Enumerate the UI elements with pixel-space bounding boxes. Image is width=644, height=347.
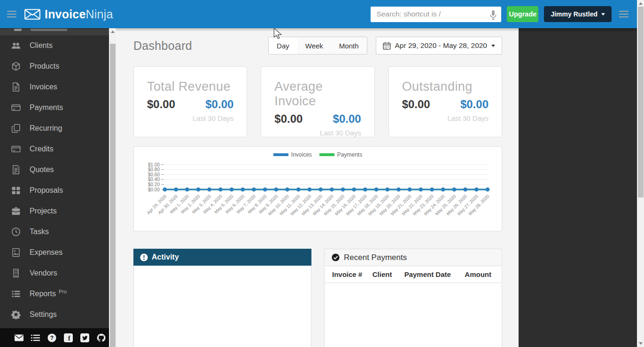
stat-card-title: Average Invoice	[274, 79, 361, 109]
sidebar-item-settings[interactable]: Settings	[0, 304, 109, 325]
stat-card-caption: Last 30 Days	[274, 129, 361, 137]
brand-text: InvoiceNinja	[45, 8, 113, 21]
help-icon[interactable]: ?	[47, 333, 56, 342]
date-range-picker[interactable]: Apr 29, 2020 - May 28, 2020	[376, 37, 502, 55]
chart-legend: InvoicesPayments	[134, 150, 502, 159]
page-scrollbar[interactable]	[637, 0, 644, 347]
scroll-down-icon[interactable]	[639, 342, 643, 345]
quote-file-icon	[11, 165, 22, 174]
chart-card: InvoicesPayments $1.00$0.80$0.60$0.40$0.…	[133, 146, 502, 231]
column-header-payment-date: Payment Date	[404, 266, 463, 283]
sidebar-item-invoices[interactable]: Invoices	[0, 77, 109, 97]
credit-card-icon	[11, 103, 22, 112]
chart-area: $1.00$0.80$0.60$0.40$0.20$0.00Apr 29, 20…	[135, 160, 502, 226]
sidebar-item-proposals[interactable]: Proposals	[0, 180, 109, 201]
brand[interactable]: InvoiceNinja	[24, 8, 113, 21]
sidebar-item-label: Payments	[30, 103, 63, 112]
upgrade-button[interactable]: Upgrade	[507, 6, 538, 22]
sidebar-item-tasks[interactable]: Tasks	[0, 221, 109, 242]
sidebar-item-label: Proposals	[30, 186, 63, 195]
sidebar-item-label: Products	[30, 62, 59, 71]
tab-month[interactable]: Month	[331, 37, 367, 54]
twitter-icon[interactable]	[80, 333, 89, 342]
scroll-up-icon[interactable]	[639, 2, 643, 5]
calendar-icon	[383, 42, 391, 50]
microphone-icon[interactable]	[489, 10, 497, 19]
sidebar-toggle-icon[interactable]	[7, 11, 16, 18]
svg-text:f: f	[68, 335, 70, 342]
sidebar-item-label: Settings	[30, 310, 57, 319]
sidebar-item-label: Projects	[30, 207, 57, 215]
grid-icon	[11, 186, 22, 195]
scroll-up-icon[interactable]	[111, 31, 115, 33]
topbar: InvoiceNinja Upgrade Jimmy Rustled	[0, 0, 637, 28]
chevron-down-icon	[491, 45, 495, 47]
history-panel-toggle-icon[interactable]	[619, 11, 628, 18]
sidebar-item-projects[interactable]: Projects	[0, 201, 109, 221]
svg-text:$1.00: $1.00	[148, 162, 160, 167]
activity-panel-title: Activity	[152, 253, 179, 261]
sidebar-item-label: Clients	[30, 41, 53, 50]
stat-card-title: Outstanding	[402, 79, 489, 94]
range-tab-group: DayWeekMonth	[268, 37, 367, 55]
activity-panel-body	[133, 266, 311, 347]
sidebar-item-label: Tasks	[30, 228, 49, 236]
legend-swatch	[273, 153, 288, 156]
sidebar-item-expenses[interactable]: Expenses	[0, 242, 109, 263]
sidebar-item-quotes[interactable]: Quotes	[0, 159, 109, 180]
legend-label: Invoices	[291, 151, 312, 158]
facebook-icon[interactable]: f	[63, 333, 73, 342]
credit-card-icon	[11, 144, 22, 154]
page-scrollbar-thumb[interactable]	[638, 7, 644, 197]
sidebar-item-products[interactable]: Products	[0, 56, 109, 77]
sidebar-item-recurring[interactable]: Recurring	[0, 118, 109, 139]
recent-payments-header: Recent Payments	[324, 249, 502, 266]
svg-text:?: ?	[50, 334, 53, 341]
stat-card-title: Total Revenue	[147, 79, 233, 94]
sidebar-item-label: Vendors	[30, 269, 57, 277]
sidebar-scrollbar-thumb[interactable]	[110, 44, 116, 347]
stat-value-secondary: $0.00	[333, 112, 361, 126]
users-icon	[11, 41, 22, 50]
sidebar-item-clients[interactable]: Clients	[0, 35, 109, 56]
sidebar-item-label: Quotes	[30, 166, 54, 174]
search-input[interactable]	[371, 7, 501, 22]
sidebar-scrollbar[interactable]	[109, 28, 116, 347]
tab-day[interactable]: Day	[269, 37, 297, 54]
svg-text:$0.80: $0.80	[148, 167, 160, 172]
sidebar-item-credits[interactable]: Credits	[0, 139, 109, 159]
line-chart-svg: $1.00$0.80$0.60$0.40$0.20$0.00Apr 29, 20…	[135, 160, 501, 224]
stat-card-caption: Last 30 Days	[402, 114, 489, 122]
column-header-client: Client	[372, 266, 404, 283]
email-icon[interactable]	[14, 333, 23, 342]
recent-payments-table-wrap: Invoice #ClientPayment DateAmount	[324, 266, 502, 347]
sidebar-item-payments[interactable]: Payments	[0, 97, 109, 118]
check-circle-icon	[332, 253, 340, 261]
sidebar-item-label: Credits	[30, 145, 54, 153]
date-range-text: Apr 29, 2020 - May 28, 2020	[395, 41, 487, 50]
sidebar-item-vendors[interactable]: Vendors	[0, 263, 109, 284]
legend-item-payments[interactable]: Payments	[319, 151, 362, 158]
recent-payments-body	[325, 283, 502, 347]
tab-week[interactable]: Week	[297, 37, 331, 54]
main-content: Dashboard DayWeekMonth Apr 29, 2020 - Ma…	[116, 28, 519, 347]
sidebar-item-partial[interactable]	[0, 28, 109, 35]
sidebar-item-label: Reports	[30, 290, 56, 298]
activity-panel: Activity	[133, 249, 311, 347]
legend-item-invoices[interactable]: Invoices	[273, 151, 312, 158]
sidebar-item-reports[interactable]: ReportsPro	[0, 284, 109, 304]
stat-value-primary: $0.00	[147, 98, 175, 111]
user-menu-button[interactable]: Jimmy Rustled	[544, 6, 612, 22]
history-panel	[519, 28, 637, 347]
stat-value-secondary: $0.00	[460, 98, 489, 111]
github-icon[interactable]	[96, 333, 106, 342]
sidebar-item-label: Invoices	[30, 83, 57, 91]
sidebar-item-label: Recurring	[30, 124, 62, 133]
stat-cards-row: Total Revenue$0.00$0.00Last 30 DaysAvera…	[133, 66, 502, 137]
pro-badge: Pro	[59, 289, 67, 294]
list-icon[interactable]	[31, 333, 40, 342]
svg-text:$0.40: $0.40	[148, 177, 160, 182]
partial-label	[31, 28, 67, 31]
gear-icon	[11, 310, 22, 319]
stat-value-secondary: $0.00	[205, 98, 233, 111]
